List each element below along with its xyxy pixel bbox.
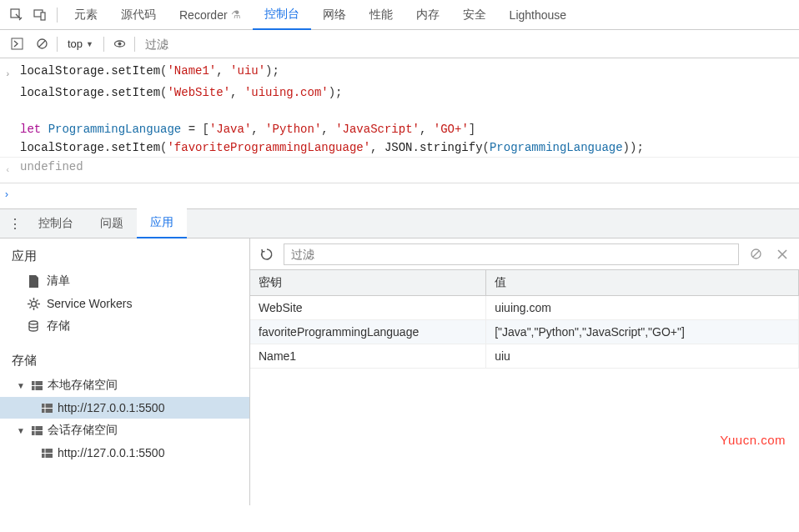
- svg-line-13: [29, 299, 31, 301]
- drawer-tab-application[interactable]: 应用: [137, 208, 187, 238]
- console-input-line: localStorage.setItem('Name1', 'uiu');: [20, 62, 794, 83]
- watermark-text: Yuucn.com: [720, 433, 786, 447]
- svg-rect-2: [41, 13, 45, 20]
- more-tabs-icon[interactable]: ⋮: [5, 216, 25, 232]
- table-row[interactable]: WebSite uiuing.com: [250, 296, 799, 320]
- sidebar-section-storage: 存储: [0, 348, 249, 374]
- application-panel: 应用 清单 Service Workers 存储 存储 ▼ 本地存储空间 htt…: [0, 238, 799, 505]
- console-input-line: let ProgrammingLanguage = ['Java', 'Pyth…: [20, 120, 794, 138]
- drawer-tab-console[interactable]: 控制台: [25, 208, 87, 238]
- gear-icon: [27, 298, 40, 310]
- column-header-key[interactable]: 密钥: [250, 270, 486, 296]
- output-marker-icon: ‹: [5, 158, 20, 179]
- cell-value: ["Java","Python","JavaScript","GO+"]: [486, 320, 799, 344]
- column-header-value[interactable]: 值: [486, 270, 799, 296]
- device-toggle-icon[interactable]: [28, 3, 52, 27]
- sidebar-item-label: Service Workers: [47, 297, 132, 310]
- console-result: undefined: [20, 158, 794, 179]
- storage-table: 密钥 值 WebSite uiuing.com favoriteProgramm…: [250, 270, 799, 369]
- sidebar-section-application: 应用: [0, 243, 249, 269]
- sidebar-item-storage[interactable]: 存储: [0, 314, 249, 338]
- tree-item-local-storage[interactable]: ▼ 本地存储空间: [0, 374, 249, 397]
- tab-performance[interactable]: 性能: [358, 0, 405, 30]
- tab-security[interactable]: 安全: [451, 0, 498, 30]
- console-toolbar: top ▼: [0, 30, 799, 58]
- svg-line-15: [29, 306, 31, 308]
- tree-item-session-storage-origin[interactable]: http://127.0.0.1:5500: [0, 442, 249, 464]
- live-expression-icon[interactable]: [109, 34, 129, 54]
- tree-item-session-storage[interactable]: ▼ 会话存储空间: [0, 419, 249, 442]
- sidebar-item-label: 清单: [47, 274, 70, 289]
- grid-icon: [42, 449, 53, 458]
- drawer-tab-issues[interactable]: 问题: [87, 208, 137, 238]
- console-output: › localStorage.setItem('Name1', 'uiu'); …: [0, 58, 799, 183]
- tab-lighthouse[interactable]: Lighthouse: [498, 0, 579, 30]
- tab-memory[interactable]: 内存: [405, 0, 451, 30]
- cell-key: Name1: [250, 344, 486, 369]
- drawer-tabs: ⋮ 控制台 问题 应用: [0, 208, 799, 238]
- file-icon: [27, 275, 40, 288]
- console-prompt[interactable]: ›: [0, 183, 799, 208]
- clear-all-icon[interactable]: [746, 244, 766, 264]
- delete-selected-icon[interactable]: [772, 244, 792, 264]
- console-input-line: localStorage.setItem('favoriteProgrammin…: [20, 138, 794, 157]
- input-marker-icon: ›: [5, 62, 20, 83]
- application-sidebar: 应用 清单 Service Workers 存储 存储 ▼ 本地存储空间 htt…: [0, 238, 250, 505]
- svg-line-31: [752, 251, 759, 258]
- svg-point-17: [29, 321, 38, 324]
- sidebar-item-manifest[interactable]: 清单: [0, 269, 249, 293]
- context-selector[interactable]: top ▼: [63, 36, 98, 52]
- separator: [57, 37, 58, 52]
- inspect-icon[interactable]: [5, 3, 28, 27]
- chevron-down-icon: ▼: [17, 381, 27, 390]
- cell-value: uiu: [486, 344, 799, 369]
- grid-icon: [32, 426, 43, 435]
- tab-recorder[interactable]: Recorder⚗: [168, 0, 253, 30]
- context-label: top: [68, 38, 83, 50]
- storage-data-panel: 密钥 值 WebSite uiuing.com favoriteProgramm…: [250, 238, 799, 505]
- separator: [57, 8, 58, 23]
- grid-icon: [32, 381, 43, 390]
- show-console-sidebar-icon[interactable]: [7, 34, 27, 54]
- storage-toolbar: [250, 238, 799, 270]
- cell-key: WebSite: [250, 296, 486, 320]
- tree-item-label: http://127.0.0.1:5500: [58, 401, 164, 414]
- tab-console[interactable]: 控制台: [253, 0, 311, 30]
- tab-elements[interactable]: 元素: [63, 0, 109, 30]
- grid-icon: [42, 404, 53, 413]
- svg-line-16: [36, 299, 38, 301]
- svg-line-5: [38, 41, 45, 48]
- tab-recorder-label: Recorder: [179, 8, 228, 22]
- tree-item-label: 本地存储空间: [48, 378, 118, 393]
- database-icon: [27, 320, 40, 332]
- tree-item-label: 会话存储空间: [48, 423, 118, 438]
- console-input-line: localStorage.setItem('WebSite', 'uiuing.…: [20, 83, 794, 102]
- svg-line-14: [36, 306, 38, 308]
- svg-point-8: [31, 301, 36, 306]
- table-row[interactable]: favoriteProgrammingLanguage ["Java","Pyt…: [250, 320, 799, 344]
- chevron-down-icon: ▼: [86, 40, 93, 48]
- tree-item-label: http://127.0.0.1:5500: [58, 446, 164, 459]
- clear-console-icon[interactable]: [32, 34, 52, 54]
- table-row[interactable]: Name1 uiu: [250, 344, 799, 369]
- storage-filter-input[interactable]: [284, 243, 739, 265]
- tree-item-local-storage-origin[interactable]: http://127.0.0.1:5500: [0, 397, 249, 419]
- tab-network[interactable]: 网络: [311, 0, 358, 30]
- svg-point-7: [118, 43, 121, 46]
- refresh-icon[interactable]: [257, 244, 277, 264]
- flask-icon: ⚗: [231, 8, 241, 21]
- devtools-top-tabs: 元素 源代码 Recorder⚗ 控制台 网络 性能 内存 安全 Lightho…: [0, 0, 799, 30]
- sidebar-item-label: 存储: [47, 319, 70, 334]
- tab-sources[interactable]: 源代码: [109, 0, 168, 30]
- separator: [103, 37, 104, 52]
- cell-value: uiuing.com: [486, 296, 799, 320]
- chevron-down-icon: ▼: [17, 426, 27, 435]
- sidebar-item-service-workers[interactable]: Service Workers: [0, 293, 249, 314]
- prompt-icon: ›: [5, 187, 20, 200]
- separator: [134, 37, 135, 52]
- cell-key: favoriteProgrammingLanguage: [250, 320, 486, 344]
- console-filter-input[interactable]: [140, 34, 792, 54]
